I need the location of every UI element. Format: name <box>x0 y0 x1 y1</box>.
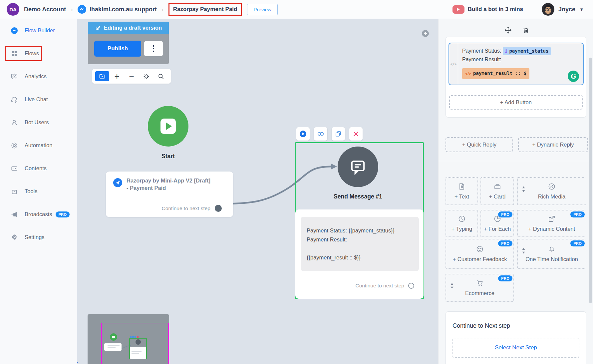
add-typing-tile[interactable]: + Typing <box>445 210 478 237</box>
more-options-button[interactable] <box>144 41 163 56</box>
grammarly-icon[interactable]: G <box>568 71 579 82</box>
sidebar-item-automation[interactable]: Automation <box>0 134 77 157</box>
automation-icon <box>11 142 18 149</box>
move-icon[interactable] <box>504 26 512 34</box>
pro-badge: PRO <box>498 211 512 217</box>
add-customer-feedback-tile[interactable]: + Customer Feedback PRO <box>445 239 514 269</box>
drag-sort-icon <box>521 247 526 254</box>
sidebar-item-contents[interactable]: Contents <box>0 157 77 180</box>
bell-icon <box>548 245 556 253</box>
zoom-in-button[interactable]: + <box>110 72 124 81</box>
sidebar-item-bot-users[interactable]: Bot Users <box>0 111 77 134</box>
sidebar-item-settings[interactable]: Settings <box>0 226 77 249</box>
delete-node-button[interactable] <box>349 127 363 141</box>
trash-icon[interactable] <box>522 27 529 34</box>
sidebar-item-live-chat[interactable]: Live Chat <box>0 88 77 111</box>
message-node-title: Send Message #1 <box>315 193 401 200</box>
add-card-tile[interactable]: + Card <box>480 177 514 205</box>
pro-badge: PRO <box>570 240 585 246</box>
breadcrumb-account-name[interactable]: Demo Account <box>24 6 66 13</box>
sidebar-item-tools[interactable]: Tools <box>0 180 77 203</box>
preview-button[interactable]: Preview <box>247 4 277 15</box>
message-next-step[interactable]: Continue to next step <box>356 283 415 289</box>
code-icon[interactable]: </> <box>449 43 458 85</box>
sidebar-item-broadcasts[interactable]: Broadcasts PRO <box>0 203 77 226</box>
add-quick-reply-button[interactable]: + Quick Reply <box>445 137 513 152</box>
build-bot-video-link[interactable]: Build a bot in 3 mins <box>452 5 523 14</box>
text-variable-icon: I <box>505 48 507 54</box>
continue-next-card: Continue to Next step Select Next Step <box>445 311 586 364</box>
link-icon <box>317 130 325 138</box>
sidebar-nav: Flow Builder Flows Analytics <box>0 19 77 364</box>
user-menu[interactable]: Joyce ▼ <box>542 3 584 16</box>
editor-content[interactable]: Payment Status: Ipayment_status Payment … <box>458 43 583 85</box>
minimap-start-node <box>110 333 117 341</box>
user-name: Joyce <box>558 6 575 13</box>
run-node-button[interactable] <box>296 127 310 141</box>
drag-sort-icon <box>521 186 526 192</box>
sidebar-item-label: Tools <box>25 188 38 194</box>
publish-button[interactable]: Publish <box>94 41 141 57</box>
analytics-icon <box>11 73 18 80</box>
sidebar-item-analytics[interactable]: Analytics <box>0 65 77 88</box>
minimap-action-icons <box>130 336 139 338</box>
duplicate-node-button[interactable] <box>332 127 345 141</box>
gear-icon <box>11 234 18 241</box>
flow-canvas[interactable]: Editing a draft version Publish + − <box>77 19 438 364</box>
scroll-top-button[interactable] <box>422 30 429 37</box>
chevron-right-icon: › <box>71 6 73 13</box>
typing-delay-icon <box>458 215 466 223</box>
connector-output-ring[interactable] <box>408 283 414 289</box>
play-circle-icon <box>299 130 307 138</box>
ecommerce-tile[interactable]: Ecommerce PRO <box>445 274 514 302</box>
pro-badge: PRO <box>570 211 585 217</box>
message-text-editor[interactable]: </> Payment Status: Ipayment_status Paym… <box>448 43 584 85</box>
variable-token[interactable]: Ipayment_status <box>503 47 551 55</box>
canvas-toolbar: + − <box>92 69 171 84</box>
select-next-step-button[interactable]: Select Next Step <box>452 338 579 358</box>
node-editor-panel: </> Payment Status: Ipayment_status Paym… <box>438 19 593 364</box>
start-node[interactable] <box>148 106 188 147</box>
add-for-each-tile[interactable]: + For Each PRO <box>480 210 514 237</box>
one-time-notification-tile[interactable]: One Time Notification PRO <box>517 239 586 269</box>
tools-icon <box>11 188 18 195</box>
start-node-label: Start <box>148 153 188 160</box>
edit-pencil-icon <box>95 25 101 31</box>
panel-scrollbar[interactable] <box>589 58 592 303</box>
minimap[interactable] <box>88 314 169 364</box>
flows-grid-icon <box>11 50 18 57</box>
user-icon <box>11 119 18 126</box>
connector-output-dot[interactable] <box>215 205 222 212</box>
trigger-next-step[interactable]: Continue to next step <box>162 205 222 212</box>
copy-link-button[interactable] <box>314 127 327 141</box>
megaphone-icon <box>11 211 18 218</box>
account-avatar[interactable]: DA <box>7 3 19 16</box>
sidebar-item-flow-builder[interactable]: Flow Builder <box>0 19 77 42</box>
sidebar-item-label: Broadcasts <box>25 211 52 217</box>
refresh-burst-button[interactable] <box>139 73 153 80</box>
fit-view-button[interactable] <box>95 71 110 81</box>
youtube-icon <box>452 5 464 14</box>
drag-sort-icon <box>450 282 454 289</box>
send-message-node[interactable] <box>338 147 378 187</box>
search-button[interactable] <box>153 73 168 80</box>
trigger-card[interactable]: Razorpay by Mini-App V2 [Draft] - Paymen… <box>106 172 233 217</box>
node-action-toolbar <box>296 127 363 141</box>
message-card[interactable]: Payment Status: {{payment_status}} Payme… <box>295 209 424 299</box>
add-button[interactable]: + Add Button <box>449 95 583 110</box>
add-dynamic-content-tile[interactable]: + Dynamic Content PRO <box>517 210 586 237</box>
sidebar-item-flows[interactable]: Flows <box>0 42 77 65</box>
draft-banner: Editing a draft version <box>88 22 169 34</box>
contents-icon <box>11 165 18 172</box>
chevron-right-icon: › <box>161 6 164 13</box>
add-text-tile[interactable]: + Text <box>445 177 478 205</box>
folder-plus-icon <box>95 71 109 81</box>
search-icon <box>157 73 164 80</box>
rich-media-tile[interactable]: Rich Media <box>517 177 586 205</box>
formula-token[interactable]: </>payment_result :: $ <box>462 68 529 79</box>
pro-badge: PRO <box>498 275 512 281</box>
breadcrumb-flow-name[interactable]: Razorpay Payment Paid <box>168 3 242 16</box>
breadcrumb-page-name[interactable]: ihakimi.com.au support <box>90 6 157 13</box>
zoom-out-button[interactable]: − <box>124 72 139 81</box>
add-dynamic-reply-button[interactable]: + Dynamic Reply <box>518 137 588 152</box>
